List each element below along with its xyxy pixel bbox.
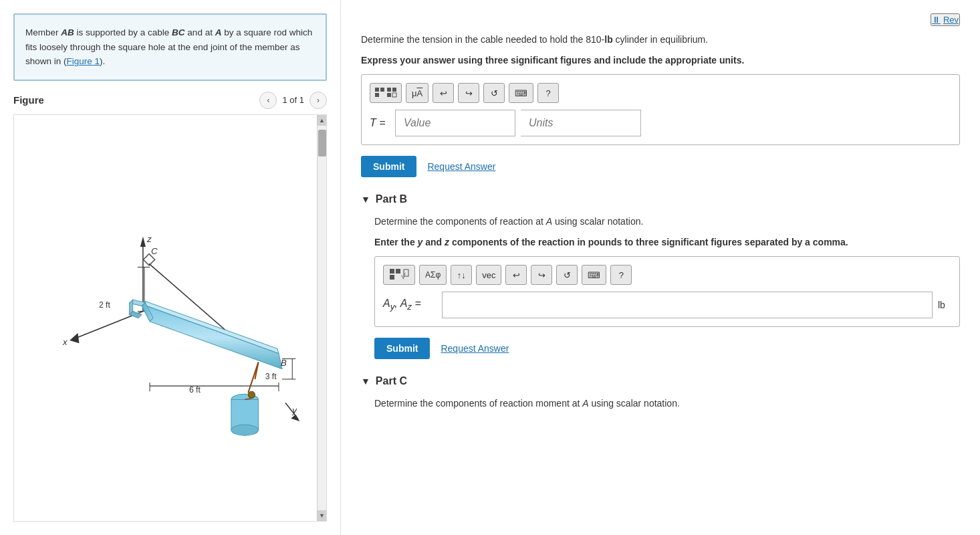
help-btn-b[interactable]: ? (610, 265, 632, 285)
redo-btn-b[interactable]: ↪ (531, 265, 552, 285)
mu-btn[interactable]: μA (406, 83, 428, 103)
part-b-label: Part B (376, 193, 407, 205)
keyboard-icon-b: ⌨ (588, 270, 600, 280)
refresh-icon-b: ↺ (564, 270, 571, 280)
part-b-input-box: √ AΣφ ↑↓ vec (374, 256, 960, 327)
rev-button[interactable]: ⏸ Rev (931, 13, 960, 26)
left-panel: Member AB is supported by a cable BC and… (0, 0, 341, 535)
problem-description: Member AB is supported by a cable BC and… (13, 13, 327, 81)
scroll-down-btn[interactable]: ▼ (318, 510, 327, 521)
instruction-a: Express your answer using three signific… (361, 54, 960, 68)
svg-rect-45 (387, 93, 391, 97)
grid-sqrt-btn[interactable]: √ (383, 265, 415, 285)
svg-text:2 ft: 2 ft (99, 300, 111, 310)
value-input-a[interactable] (395, 110, 515, 136)
grid-left-icon (374, 87, 385, 100)
help-icon: ? (546, 88, 551, 98)
asigma-icon: AΣφ (425, 270, 441, 280)
svg-rect-48 (396, 269, 400, 274)
refresh-icon: ↺ (491, 88, 498, 98)
keyboard-icon: ⌨ (515, 88, 527, 98)
svg-rect-42 (375, 93, 379, 97)
part-c-content: Determine the components of reaction mom… (361, 397, 960, 417)
grid-sqrt-icon: √ (389, 268, 409, 282)
request-answer-btn-a[interactable]: Request Answer (427, 161, 495, 172)
svg-text:C: C (151, 246, 158, 256)
toolbar-grid-btn[interactable] (370, 83, 402, 103)
help-icon-b: ? (619, 270, 624, 280)
figure-title: Figure (13, 94, 44, 106)
undo-icon-b: ↩ (513, 270, 520, 280)
redo-icon: ↪ (465, 88, 473, 98)
pause-icon: ⏸ (932, 15, 941, 25)
action-row-b: Submit Request Answer (374, 338, 960, 359)
redo-btn-a[interactable]: ↪ (458, 83, 479, 103)
desc-text: Member AB is supported by a cable BC and… (25, 27, 312, 66)
svg-rect-41 (380, 88, 384, 92)
eq-label-a: T = (370, 117, 390, 129)
svg-text:x: x (62, 337, 68, 347)
svg-rect-40 (375, 88, 379, 92)
angstrom-icon: A (417, 88, 423, 98)
next-figure-btn[interactable]: › (310, 92, 327, 109)
svg-text:z: z (146, 234, 152, 244)
vec-btn[interactable]: vec (476, 265, 501, 285)
answer-row-a: T = (370, 110, 951, 136)
eq-label-b: Ay, Az = (383, 298, 437, 312)
updown-icon: ↑↓ (457, 270, 466, 280)
units-input-a[interactable] (521, 110, 641, 136)
refresh-btn-b[interactable]: ↺ (556, 265, 578, 285)
scroll-up-btn[interactable]: ▲ (318, 115, 327, 126)
part-b-header[interactable]: ▼ Part B (361, 193, 960, 205)
submit-btn-a[interactable]: Submit (361, 156, 416, 177)
figure-image-container: z x A 2 ft C (13, 114, 327, 522)
keyboard-btn-b[interactable]: ⌨ (582, 265, 606, 285)
figure-scrollbar[interactable]: ▲ ▼ (317, 115, 326, 521)
undo-btn-b[interactable]: ↩ (505, 265, 527, 285)
updown-btn[interactable]: ↑↓ (451, 265, 472, 285)
redo-icon-b: ↪ (538, 270, 545, 280)
svg-rect-44 (392, 88, 396, 92)
refresh-btn-a[interactable]: ↺ (483, 83, 505, 103)
svg-rect-46 (392, 93, 396, 97)
vec-icon: vec (482, 270, 495, 280)
figure-count: 1 of 1 (282, 95, 304, 105)
mu-icon: μ (412, 88, 417, 98)
figure-nav: ‹ 1 of 1 › (259, 92, 327, 109)
keyboard-btn-a[interactable]: ⌨ (509, 83, 533, 103)
part-c-header[interactable]: ▼ Part C (361, 375, 960, 387)
top-bar: ⏸ Rev (361, 13, 960, 26)
submit-btn-b[interactable]: Submit (374, 338, 430, 359)
part-b-arrow: ▼ (361, 194, 370, 205)
svg-rect-49 (390, 275, 394, 280)
svg-point-31 (248, 391, 255, 398)
rev-label: Rev (943, 15, 959, 25)
part-c-arrow: ▼ (361, 376, 370, 387)
wide-input-b[interactable] (442, 292, 933, 318)
prev-figure-btn[interactable]: ‹ (259, 92, 277, 109)
figure-header: Figure ‹ 1 of 1 › (13, 92, 327, 109)
part-b-content: Determine the components of reaction at … (361, 215, 960, 375)
svg-point-30 (231, 425, 259, 435)
svg-rect-43 (387, 88, 391, 92)
action-row-a: Submit Request Answer (361, 156, 960, 177)
unit-label-b: lb (938, 300, 951, 310)
svg-text:3 ft: 3 ft (265, 372, 277, 381)
scroll-thumb[interactable] (318, 130, 326, 156)
svg-text:6 ft: 6 ft (189, 385, 201, 395)
figure-svg: z x A 2 ft C (14, 115, 326, 521)
math-toolbar-b: √ AΣφ ↑↓ vec (383, 265, 951, 285)
request-answer-btn-b[interactable]: Request Answer (441, 343, 509, 354)
part-a-input-box: μA ↩ ↪ ↺ ⌨ ? T = (361, 74, 960, 145)
part-c-text: Determine the components of reaction mom… (374, 397, 960, 411)
part-c-label: Part C (376, 375, 407, 387)
answer-row-b: Ay, Az = lb (383, 292, 951, 318)
svg-rect-47 (390, 269, 394, 274)
asigma-btn[interactable]: AΣφ (419, 265, 447, 285)
undo-btn-a[interactable]: ↩ (433, 83, 454, 103)
right-panel: ⏸ Rev Determine the tension in the cable… (341, 0, 980, 535)
part-b-instruction: Enter the y and z components of the reac… (374, 235, 960, 249)
problem-a-text: Determine the tension in the cable neede… (361, 33, 960, 47)
figure-link[interactable]: Figure 1 (67, 56, 100, 66)
help-btn-a[interactable]: ? (537, 83, 559, 103)
